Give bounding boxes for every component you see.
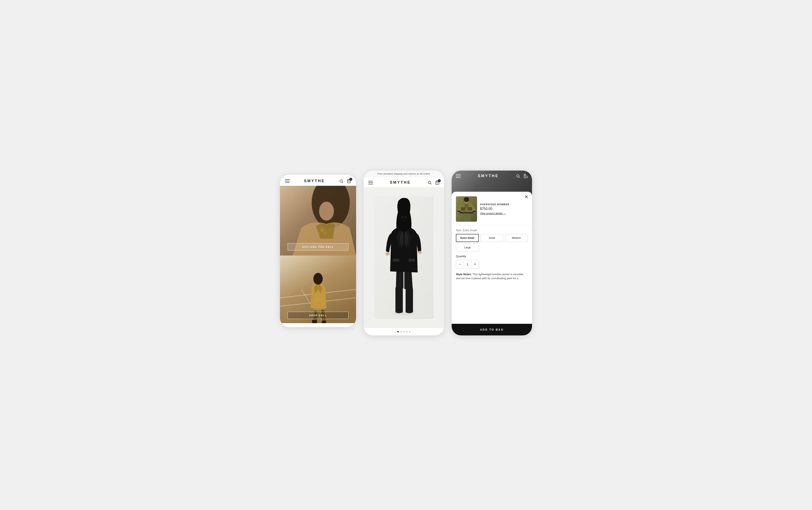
brand-logo-phone1: SMYTHE (304, 179, 325, 183)
size-label: Size: Extra Small (456, 229, 528, 232)
svg-point-17 (319, 302, 321, 304)
phone1-image-section: EXPLORE PRE-FALL (280, 186, 356, 327)
size-extra-small[interactable]: Extra Small (456, 234, 479, 242)
product-model-svg (374, 197, 434, 319)
header-icons-phone3: 0 (516, 174, 528, 179)
product-info-row: OVERSIZED BOMBER $750.00 View product de… (452, 192, 532, 225)
svg-point-28 (396, 311, 402, 313)
dot-3[interactable] (403, 331, 405, 332)
svg-rect-46 (468, 207, 472, 211)
cart-badge-phone3: 0 (526, 173, 529, 176)
hamburger-icon-phone3 (456, 174, 461, 178)
style-notes-label: Style Notes: (456, 273, 472, 276)
phone-1: SMYTHE 0 (280, 175, 356, 327)
cart-button-phone3[interactable]: 0 (523, 174, 528, 179)
header-icons-phone1: 0 (339, 179, 351, 184)
cart-badge-phone1: 0 (349, 178, 352, 181)
svg-point-5 (319, 202, 334, 221)
phone-1-header: SMYTHE 0 (280, 175, 356, 186)
svg-point-19 (428, 181, 431, 184)
svg-point-49 (464, 198, 469, 204)
svg-rect-48 (473, 211, 475, 212)
cart-button-phone1[interactable]: 0 (346, 179, 351, 184)
size-row-extra: Large (456, 244, 528, 251)
shipping-bar: Free standard shipping and returns on al… (364, 171, 444, 177)
size-large[interactable]: Large (456, 244, 479, 251)
svg-rect-14 (322, 321, 326, 323)
phone-2: Free standard shipping and returns on al… (364, 171, 444, 335)
svg-rect-25 (406, 288, 413, 312)
size-section: Size: Extra Small Extra Small Small Medi… (456, 229, 528, 251)
header-icons-phone2: 0 (427, 180, 440, 185)
dot-1[interactable] (397, 331, 399, 332)
svg-point-7 (324, 232, 327, 235)
explore-prefall-container: EXPLORE PRE-FALL (288, 243, 348, 250)
svg-rect-42 (462, 213, 471, 222)
search-button-phone2[interactable] (427, 180, 432, 185)
brand-logo-phone2: SMYTHE (390, 180, 411, 185)
product-details-info: OVERSIZED BOMBER $750.00 View product de… (480, 197, 517, 222)
svg-rect-47 (457, 211, 460, 212)
svg-point-8 (318, 232, 320, 234)
product-price: $750.00 (480, 207, 510, 211)
svg-point-6 (321, 229, 324, 232)
shop-fall-container: SHOP FALL (288, 312, 348, 319)
close-panel-button[interactable]: ✕ (524, 194, 528, 199)
size-small[interactable]: Small (481, 234, 503, 242)
explore-prefall-button[interactable]: EXPLORE PRE-FALL (288, 243, 348, 250)
quantity-increase[interactable]: + (471, 260, 479, 269)
product-details-link[interactable]: View product details → (480, 212, 510, 215)
svg-rect-45 (461, 207, 465, 211)
quantity-decrease[interactable]: − (456, 260, 464, 269)
size-medium[interactable]: Medium (505, 234, 528, 242)
dot-2[interactable] (400, 331, 402, 332)
svg-point-38 (517, 175, 519, 177)
menu-button[interactable] (285, 179, 290, 183)
svg-point-32 (385, 252, 390, 256)
search-button-phone1[interactable] (339, 179, 344, 184)
svg-rect-24 (396, 287, 403, 312)
cart-badge-phone2: 0 (438, 179, 441, 182)
svg-rect-30 (393, 259, 399, 262)
style-notes: Style Notes: This lightweight bomber jac… (456, 272, 528, 280)
svg-rect-41 (456, 197, 477, 222)
svg-line-39 (519, 177, 520, 178)
svg-line-1 (342, 182, 343, 183)
product-name: OVERSIZED BOMBER (480, 203, 510, 206)
quantity-section: Quantity − 1 + (456, 255, 528, 269)
svg-rect-44 (460, 212, 473, 213)
svg-rect-13 (312, 320, 317, 323)
menu-button-phone3[interactable] (456, 174, 461, 178)
dot-5[interactable] (409, 331, 411, 332)
screens-container: SMYTHE 0 (279, 175, 533, 335)
menu-button-phone2[interactable] (368, 180, 373, 185)
svg-point-33 (418, 251, 422, 254)
svg-point-29 (406, 311, 412, 313)
hero-image-fall: SHOP FALL (280, 256, 356, 323)
quantity-label: Quantity (456, 255, 528, 258)
shop-fall-button[interactable]: SHOP FALL (288, 312, 348, 319)
add-to-bag-button[interactable]: ADD TO BAG (452, 324, 532, 335)
hero-image-prefall: EXPLORE PRE-FALL (280, 186, 356, 256)
svg-point-18 (314, 303, 316, 305)
svg-point-37 (405, 216, 406, 218)
search-button-phone3[interactable] (516, 174, 521, 179)
brand-logo-phone3: SMYTHE (478, 174, 499, 178)
svg-point-16 (316, 299, 318, 301)
dot-4[interactable] (406, 331, 408, 332)
svg-rect-31 (409, 259, 415, 262)
cart-button-phone2[interactable]: 0 (435, 180, 440, 185)
phone-3: SMYTHE 0 (452, 171, 532, 335)
hamburger-icon (285, 179, 290, 183)
product-thumbnail (456, 197, 477, 222)
svg-point-36 (402, 216, 403, 218)
product-image-area (364, 187, 444, 328)
carousel-dots (364, 328, 444, 335)
svg-point-0 (340, 180, 342, 182)
quantity-value: 1 (464, 260, 471, 269)
size-grid: Extra Small Small Medium (456, 234, 528, 242)
phone-2-header: SMYTHE 0 (364, 177, 444, 187)
hamburger-icon-phone2 (368, 181, 373, 184)
selected-size-value: Extra Small (463, 229, 477, 232)
svg-point-15 (313, 273, 323, 285)
